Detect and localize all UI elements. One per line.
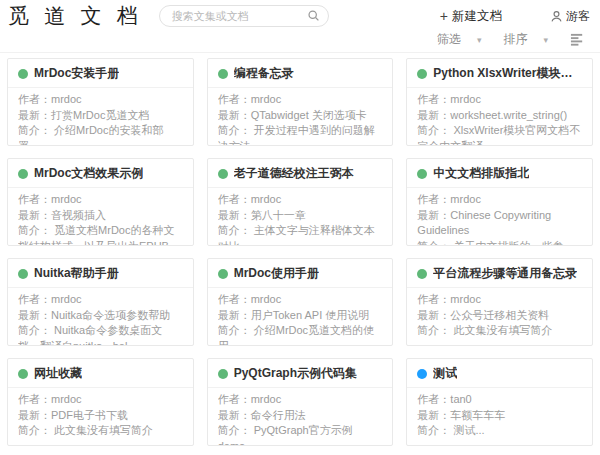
user-label: 游客 (566, 8, 590, 25)
card-title: 测试 (433, 365, 457, 382)
card-body: 作者：mrdoc 最新：命令行用法 简介： PyQtGraph官方示例demo.… (208, 388, 393, 446)
card-body: 作者：mrdoc 最新：Nuitka命令选项参数帮助 简介： Nuitka命令参… (8, 288, 193, 346)
card-header: PyQtGraph示例代码集 (208, 359, 393, 388)
card-intro: 简介： 主体文字与注释楷体文本对比... (218, 223, 383, 246)
card-intro: 简介： 介绍MrDoc的安装和部署... (18, 123, 183, 146)
card-body: 作者：tan0 最新：车额车车车 简介： 测试... (407, 388, 592, 439)
card-title: Nuitka帮助手册 (34, 265, 119, 282)
status-dot-icon (18, 269, 28, 279)
user-menu[interactable]: 游客 (550, 8, 590, 25)
card-body: 作者：mrdoc 最新：worksheet.write_string() 简介：… (407, 88, 592, 146)
card-intro: 简介： 介绍MrDoc觅道文档的使用... (218, 323, 383, 346)
filter-dropdown[interactable]: 筛选 ▾ (437, 31, 482, 48)
card-author: 作者：mrdoc (417, 192, 582, 208)
card-latest: 最新：打赏MrDoc觅道文档 (18, 108, 183, 124)
card-body: 作者：mrdoc 最新：公众号迁移相关资料 简介： 此文集没有填写简介 (407, 288, 592, 339)
card-title: 网址收藏 (34, 365, 82, 382)
card-title: Python XlsxWriter模块中文文档 (433, 65, 582, 82)
status-dot-icon (417, 69, 427, 79)
card-author: 作者：mrdoc (18, 292, 183, 308)
collection-card[interactable]: 平台流程步骤等通用备忘录 作者：mrdoc 最新：公众号迁移相关资料 简介： 此… (406, 258, 593, 346)
card-author: 作者：mrdoc (417, 92, 582, 108)
card-header: 编程备忘录 (208, 59, 393, 88)
status-dot-icon (18, 169, 28, 179)
card-author: 作者：mrdoc (18, 392, 183, 408)
card-header: 平台流程步骤等通用备忘录 (407, 259, 592, 288)
card-header: Python XlsxWriter模块中文文档 (407, 59, 592, 88)
card-latest: 最新：车额车车车 (417, 408, 582, 424)
card-body: 作者：mrdoc 最新：QTabwidget 关闭选项卡 简介： 开发过程中遇到… (208, 88, 393, 146)
card-author: 作者：mrdoc (218, 392, 383, 408)
card-header: 测试 (407, 359, 592, 388)
card-latest: 最新：worksheet.write_string() (417, 108, 582, 124)
card-title: MrDoc文档效果示例 (34, 165, 143, 182)
search-box (159, 5, 329, 27)
collection-card[interactable]: 测试 作者：tan0 最新：车额车车车 简介： 测试... (406, 358, 593, 446)
status-dot-icon (417, 169, 427, 179)
card-intro: 简介： 关于中文排版的一些参考，搬运自：https://github... (417, 239, 582, 247)
card-body: 作者：mrdoc 最新：打赏MrDoc觅道文档 简介： 介绍MrDoc的安装和部… (8, 88, 193, 146)
collection-grid: MrDoc安装手册 作者：mrdoc 最新：打赏MrDoc觅道文档 简介： 介绍… (0, 53, 600, 451)
card-latest: 最新：Chinese Copywriting Guidelines (417, 208, 582, 239)
card-intro: 简介： 此文集没有填写简介 (417, 323, 582, 339)
card-author: 作者：mrdoc (218, 292, 383, 308)
chevron-down-icon: ▾ (543, 35, 548, 45)
collection-card[interactable]: MrDoc安装手册 作者：mrdoc 最新：打赏MrDoc觅道文档 简介： 介绍… (7, 58, 194, 146)
plus-icon: + (440, 9, 448, 23)
filter-label: 筛选 (437, 31, 461, 48)
status-dot-icon (18, 369, 28, 379)
collection-card[interactable]: 编程备忘录 作者：mrdoc 最新：QTabwidget 关闭选项卡 简介： 开… (207, 58, 394, 146)
sort-dropdown[interactable]: 排序 ▾ (503, 31, 548, 48)
collection-card[interactable]: MrDoc文档效果示例 作者：mrdoc 最新：音视频插入 简介： 觅道文档Mr… (7, 158, 194, 246)
status-dot-icon (18, 69, 28, 79)
card-header: Nuitka帮助手册 (8, 259, 193, 288)
card-author: 作者：mrdoc (218, 192, 383, 208)
sort-label: 排序 (503, 31, 527, 48)
card-latest: 最新：第八十一章 (218, 208, 383, 224)
card-body: 作者：mrdoc 最新：音视频插入 简介： 觅道文档MrDoc的各种文档结构样式… (8, 188, 193, 246)
card-title: MrDoc使用手册 (234, 265, 319, 282)
collection-card[interactable]: Nuitka帮助手册 作者：mrdoc 最新：Nuitka命令选项参数帮助 简介… (7, 258, 194, 346)
status-dot-icon (218, 169, 228, 179)
card-header: MrDoc文档效果示例 (8, 159, 193, 188)
card-header: MrDoc使用手册 (208, 259, 393, 288)
list-layout-icon[interactable] (570, 33, 585, 47)
collection-card[interactable]: 老子道德经校注王弼本 作者：mrdoc 最新：第八十一章 简介： 主体文字与注释… (207, 158, 394, 246)
app-logo[interactable]: 觅 道 文 档 (8, 2, 143, 30)
search-input[interactable] (159, 5, 329, 27)
new-document-button[interactable]: + 新建文档 (440, 8, 502, 25)
card-intro: 简介： Nuitka命令参数桌面文档，翻译自nuitka --hel... (18, 323, 183, 346)
status-dot-icon (218, 369, 228, 379)
collection-card[interactable]: MrDoc使用手册 作者：mrdoc 最新：用户Token API 使用说明 简… (207, 258, 394, 346)
card-latest: 最新：PDF电子书下载 (18, 408, 183, 424)
card-body: 作者：mrdoc 最新：第八十一章 简介： 主体文字与注释楷体文本对比... (208, 188, 393, 246)
header: 觅 道 文 档 + 新建文档 游客 (0, 0, 600, 30)
card-intro: 简介： 觅道文档MrDoc的各种文档结构样式，以及导出为EPUB、P... (18, 223, 183, 246)
card-header: 中文文档排版指北 (407, 159, 592, 188)
card-intro: 简介： 测试... (417, 423, 582, 439)
card-body: 作者：mrdoc 最新：PDF电子书下载 简介： 此文集没有填写简介 (8, 388, 193, 439)
card-title: MrDoc安装手册 (34, 65, 119, 82)
new-document-label: 新建文档 (452, 8, 502, 25)
collection-card[interactable]: 网址收藏 作者：mrdoc 最新：PDF电子书下载 简介： 此文集没有填写简介 (7, 358, 194, 446)
card-header: 网址收藏 (8, 359, 193, 388)
card-latest: 最新：公众号迁移相关资料 (417, 308, 582, 324)
card-latest: 最新：Nuitka命令选项参数帮助 (18, 308, 183, 324)
card-intro: 简介： XlsxWriter模块官网文档不完全中文翻译... (417, 123, 582, 146)
card-latest: 最新：用户Token API 使用说明 (218, 308, 383, 324)
status-dot-icon (218, 69, 228, 79)
collection-card[interactable]: Python XlsxWriter模块中文文档 作者：mrdoc 最新：work… (406, 58, 593, 146)
card-header: 老子道德经校注王弼本 (208, 159, 393, 188)
card-body: 作者：mrdoc 最新：用户Token API 使用说明 简介： 介绍MrDoc… (208, 288, 393, 346)
status-dot-icon (218, 269, 228, 279)
card-latest: 最新：音视频插入 (18, 208, 183, 224)
card-intro: 简介： 开发过程中遇到的问题解决方法... (218, 123, 383, 146)
card-body: 作者：mrdoc 最新：Chinese Copywriting Guidelin… (407, 188, 592, 246)
collection-card[interactable]: PyQtGraph示例代码集 作者：mrdoc 最新：命令行用法 简介： PyQ… (207, 358, 394, 446)
status-dot-icon (417, 269, 427, 279)
card-latest: 最新：命令行用法 (218, 408, 383, 424)
card-latest: 最新：QTabwidget 关闭选项卡 (218, 108, 383, 124)
collection-card[interactable]: 中文文档排版指北 作者：mrdoc 最新：Chinese Copywriting… (406, 158, 593, 246)
card-title: PyQtGraph示例代码集 (234, 365, 357, 382)
search-icon (307, 9, 320, 22)
